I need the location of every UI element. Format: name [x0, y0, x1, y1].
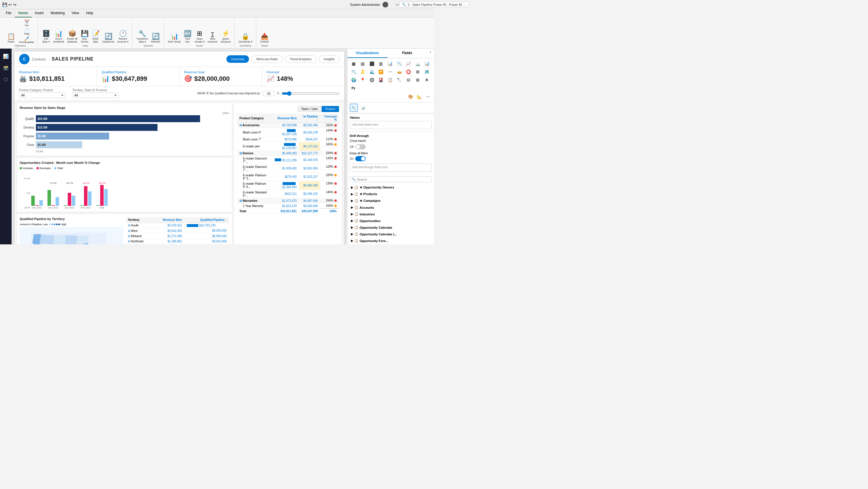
viz-gauge[interactable]: 🔘	[368, 76, 375, 84]
expand-accessories[interactable]: ⊟	[240, 124, 242, 127]
viz-r[interactable]: R	[423, 76, 431, 84]
cross-report-toggle[interactable]	[355, 144, 366, 149]
ribbon-tab-insert[interactable]: Insert	[32, 9, 47, 18]
viz-scatter[interactable]: ⋯	[386, 68, 394, 75]
paste-button[interactable]: 📋 Paste	[5, 27, 18, 44]
quick-access-save[interactable]: 💾	[2, 2, 7, 7]
recent-sources-button[interactable]: 🕐 Recentsources ▾	[116, 27, 130, 44]
keep-filters-toggle[interactable]	[355, 156, 366, 161]
field-group-header-accounts[interactable]: ▶ 📋 Accounts	[350, 205, 432, 210]
viz-kpi[interactable]: 📋	[386, 76, 394, 84]
viz-analytics-icon[interactable]: 📐	[415, 93, 423, 100]
viz-more-options[interactable]: ⋯	[424, 93, 432, 100]
field-group-header-opp-calendar-2[interactable]: ▶ 📋 Opportunity Calendar (...	[350, 231, 432, 237]
copy-button[interactable]: 📄 Copy	[18, 27, 35, 35]
viz-waterfall[interactable]: 🌊	[368, 68, 375, 75]
cut-button[interactable]: ✂️ Cut	[18, 19, 35, 27]
th-product-category[interactable]: Product Category	[237, 114, 271, 123]
viz-clustered-bar[interactable]: ▤	[359, 60, 367, 67]
nav-overview-button[interactable]: Overview	[226, 55, 249, 63]
field-group-header-industries[interactable]: ▶ 📋 Industries	[350, 211, 432, 217]
viz-format-icon[interactable]: 🎨	[407, 93, 414, 100]
viz-filled-map[interactable]: 🌍	[350, 76, 357, 84]
viz-pie[interactable]: 🥧	[396, 68, 403, 75]
sensitivity-button[interactable]: 🔒 Sensitivity ▾	[238, 27, 254, 44]
build-visual-button[interactable]: 🔧	[350, 104, 358, 112]
expand-west[interactable]: ⊞	[128, 229, 130, 233]
viz-card[interactable]: 🎴	[377, 76, 385, 84]
format-painter-button[interactable]: 🖌️ Format painter	[18, 36, 35, 44]
th-territory[interactable]: Territory	[126, 217, 153, 223]
expand-midwest[interactable]: ⊞	[128, 235, 130, 238]
viz-100pct-bar[interactable]: ⬛	[368, 60, 375, 67]
th-forecast-pct[interactable]: Forecast %	[320, 114, 339, 123]
toggle-team-user-button[interactable]: Team + User	[298, 106, 322, 112]
expand-devices[interactable]: ⊟	[240, 152, 242, 155]
viz-area[interactable]: 🏔️	[414, 60, 422, 67]
viz-matrix[interactable]: ⊞	[414, 76, 422, 84]
viz-clustered-col[interactable]: 📊	[386, 60, 394, 67]
ribbon-tab-help[interactable]: Help	[83, 9, 97, 18]
field-group-header-campaigns[interactable]: ▶ 📋 ★ Campaigns	[350, 198, 432, 204]
tab-fields[interactable]: Fields	[388, 49, 427, 58]
viz-line-stacked-col[interactable]: 📊	[423, 60, 431, 67]
nav-winloss-button[interactable]: Win/Loss Ratio	[251, 55, 283, 63]
quick-access-undo[interactable]: ↩	[8, 2, 12, 7]
field-group-header-opp-forecast[interactable]: ▶ 📋 Opportunity Fore...	[350, 238, 432, 243]
expand-south[interactable]: ⊞	[128, 224, 130, 227]
dataverse-button[interactable]: 🔄 Dataverse	[101, 27, 116, 44]
text-box-button[interactable]: 🔤 Textbox	[182, 27, 193, 44]
ribbon-tab-home[interactable]: Home	[15, 9, 31, 18]
viz-slicer[interactable]: 🔪	[396, 76, 403, 84]
quick-measure-button[interactable]: ⚡ Quickmeasure	[219, 27, 232, 44]
viz-azure-map[interactable]: 📍	[359, 76, 367, 84]
sidebar-model-icon[interactable]: ⬡	[1, 74, 11, 85]
field-group-header-opp-calendar[interactable]: ▶ 📋 Opportunity Calendar	[350, 225, 432, 230]
viz-line[interactable]: 📈	[405, 60, 412, 67]
th-in-pipeline[interactable]: In Pipeline ↓	[299, 114, 320, 123]
toggle-product-button[interactable]: Product	[322, 106, 339, 112]
ribbon-tab-view[interactable]: View	[68, 9, 83, 18]
filter-product-select[interactable]: All	[19, 92, 65, 98]
field-group-header-opportunities[interactable]: ▶ 📋 Opportunities	[350, 218, 432, 223]
viz-funnel[interactable]: 🔽	[377, 68, 385, 75]
th-revenue-won[interactable]: Revenue Won	[153, 217, 184, 223]
ribbon-tab-file[interactable]: File	[2, 9, 15, 18]
th-product-revenue-won[interactable]: Revenue Won	[271, 114, 299, 123]
values-drop-zone[interactable]: Add data fields here	[350, 121, 432, 129]
ribbon-tab-modeling[interactable]: Modeling	[47, 9, 68, 18]
analytics-button[interactable]: 📊	[359, 104, 367, 112]
expand-warranties[interactable]: ⊟	[240, 199, 242, 203]
viz-treemap[interactable]: ⊞	[414, 68, 422, 75]
viz-stacked-bar[interactable]: ▦	[350, 60, 357, 67]
viz-line-clustered-col[interactable]: 📉	[350, 68, 357, 75]
quick-access-redo[interactable]: ↪	[13, 2, 17, 7]
nav-insights-button[interactable]: Insights	[319, 55, 340, 63]
whatif-input[interactable]	[263, 91, 275, 96]
viz-ribbon[interactable]: 🎗️	[359, 68, 367, 75]
viz-table[interactable]: ⊟	[405, 76, 412, 84]
fields-search-input[interactable]	[357, 178, 430, 181]
get-data-button[interactable]: 🗄️ Getdata ▾	[41, 27, 51, 44]
sidebar-data-icon[interactable]: 🗃️	[1, 63, 11, 73]
panel-expand-button[interactable]: ›	[427, 49, 434, 56]
more-visuals-button[interactable]: ⊞ Morevisuals ▾	[193, 27, 206, 44]
sql-server-button[interactable]: 💾 SQLServer	[79, 27, 90, 44]
transform-data-button[interactable]: 🔧 Transformdata ▾	[135, 27, 149, 44]
refresh-button[interactable]: 🔄 Refresh	[150, 27, 161, 44]
field-group-header-opportunity-owners[interactable]: ▶ 📋 ★ Opportunity Owners	[350, 185, 432, 190]
field-group-header-products[interactable]: ▶ 📋 ★ Products	[350, 191, 432, 197]
new-visual-button[interactable]: 📊 New visual	[167, 27, 182, 44]
viz-100pct-col[interactable]: 📉	[396, 60, 403, 67]
excel-button[interactable]: 📊 Excelworkbook	[52, 27, 65, 44]
viz-stacked-col[interactable]: ▥	[377, 60, 385, 67]
nav-trend-button[interactable]: Trend Analytics	[285, 55, 316, 63]
enter-data-button[interactable]: 📝 Enterdata	[90, 27, 101, 44]
viz-python[interactable]: Py	[350, 84, 357, 92]
publish-button[interactable]: 📤 Publish	[259, 27, 270, 44]
power-bi-datasets-button[interactable]: 📦 Power BIdatasets	[66, 27, 79, 44]
viz-donut[interactable]: ⭕	[405, 68, 412, 75]
expand-northeast[interactable]: ⊞	[128, 240, 130, 243]
drill-through-drop-zone[interactable]: Add drill-through fields here	[350, 163, 432, 172]
whatif-slider[interactable]	[282, 91, 340, 96]
